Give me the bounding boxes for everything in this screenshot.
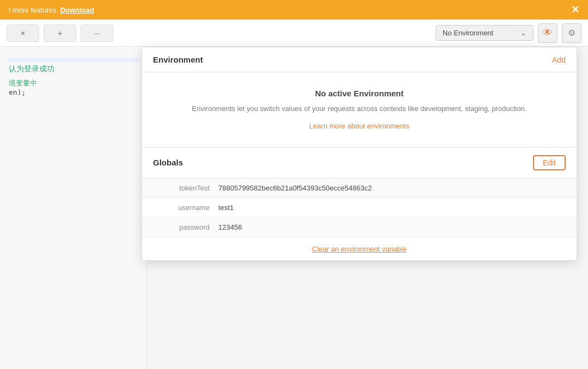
left-text-1: 认为登录成功 [9, 64, 138, 74]
banner-text: t more features. Download [9, 6, 94, 14]
table-row: tokenTest78805799582bec6b21a0f54393c50ec… [142, 179, 577, 198]
panel-footer: Clear an environment variable [142, 237, 577, 260]
banner-download-link[interactable]: Download [60, 6, 94, 14]
top-banner: t more features. Download ✕ [0, 0, 588, 20]
var-key: password [153, 223, 218, 231]
learn-more-link[interactable]: Learn more about environments [309, 122, 409, 130]
var-key: username [153, 204, 218, 212]
eye-icon-button[interactable]: 👁 [538, 23, 558, 43]
env-add-button[interactable]: Add [552, 56, 566, 64]
env-panel-header: Environment Add [142, 47, 577, 72]
var-value: test1 [218, 204, 566, 212]
header-right-controls: No Environment ⌄ 👁 ⚙ [436, 23, 581, 43]
environment-panel: Environment Add No active Environment En… [142, 47, 577, 261]
globals-header: Globals Edit [142, 147, 577, 179]
eye-icon: 👁 [543, 27, 553, 39]
chevron-down-icon: ⌄ [520, 29, 526, 37]
left-text-2: 境变量中 [9, 78, 138, 88]
banner-close-icon[interactable]: ✕ [571, 4, 579, 16]
no-active-env-section: No active Environment Environments let y… [142, 72, 577, 147]
var-key: tokenTest [153, 184, 218, 192]
env-dropdown-label: No Environment [443, 29, 493, 37]
globals-title: Globals [153, 158, 183, 167]
main-area: 认为登录成功 境变量中 en); Environment Add No acti… [0, 47, 588, 369]
var-value: 78805799582bec6b21a0f54393c50ecce54863c2 [218, 184, 566, 192]
highlighted-row [9, 58, 138, 62]
no-active-env-title: No active Environment [175, 89, 544, 98]
tab-more-button[interactable]: ··· [81, 24, 113, 42]
left-code: en); [9, 88, 138, 96]
tab-close-button[interactable]: × [7, 24, 39, 42]
var-value: 123456 [218, 223, 566, 231]
no-active-env-desc: Environments let you switch values of yo… [175, 103, 544, 114]
environment-dropdown[interactable]: No Environment ⌄ [436, 25, 534, 41]
env-panel-title: Environment [153, 55, 203, 64]
header-bar: × + ··· No Environment ⌄ 👁 ⚙ [0, 20, 588, 47]
variables-table: tokenTest78805799582bec6b21a0f54393c50ec… [142, 179, 577, 237]
table-row: usernametest1 [142, 198, 577, 218]
gear-icon: ⚙ [568, 28, 575, 38]
gear-icon-button[interactable]: ⚙ [562, 23, 581, 43]
clear-env-link[interactable]: Clear an environment variable [312, 245, 406, 253]
table-row: password123456 [142, 218, 577, 237]
left-panel: 认为登录成功 境变量中 en); [0, 47, 147, 369]
edit-globals-button[interactable]: Edit [533, 155, 566, 170]
tab-add-button[interactable]: + [44, 24, 76, 42]
